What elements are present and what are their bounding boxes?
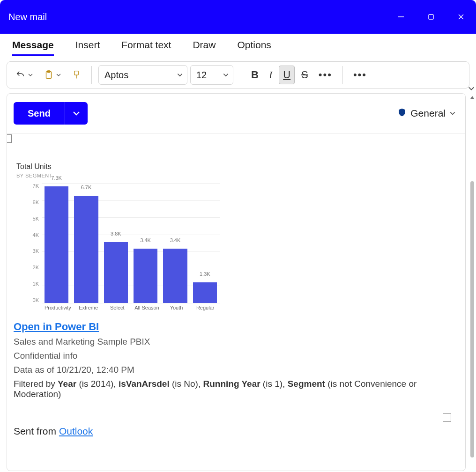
font-size-select[interactable]: 12 <box>190 65 233 85</box>
chart-y-axis: 7K6K5K4K3K2K1K0K <box>23 183 39 303</box>
bar-rect <box>193 282 217 303</box>
open-in-powerbi-link[interactable]: Open in Power BI <box>14 321 99 333</box>
separator <box>342 66 343 84</box>
chart-card: Total Units BY SEGMENT 7K6K5K4K3K2K1K0K … <box>14 162 220 314</box>
ribbon-tabs: Message Insert Format text Draw Options <box>0 34 476 57</box>
ribbon-overflow-button[interactable] <box>468 85 475 94</box>
bar-rect <box>45 186 68 303</box>
minimize-button[interactable] <box>386 0 416 34</box>
chart-bar: 6.7K <box>74 183 98 303</box>
signature-link[interactable]: Outlook <box>59 426 93 436</box>
send-row: Send General <box>7 94 465 133</box>
chart-bars: 7.3K6.7K3.8K3.4K3.4K1.3K <box>42 183 220 303</box>
x-tick: Regular <box>193 305 217 314</box>
send-button[interactable]: Send <box>14 102 65 125</box>
send-options-button[interactable] <box>65 102 88 125</box>
confidential-label: Confidential info <box>14 351 459 361</box>
sensitivity-label: General <box>410 108 446 119</box>
font-size-value: 12 <box>196 70 207 81</box>
chevron-down-icon <box>449 110 456 117</box>
mail-body[interactable]: Total Units BY SEGMENT 7K6K5K4K3K2K1K0K … <box>7 133 465 471</box>
vertical-scrollbar[interactable] <box>469 93 476 471</box>
send-split-button[interactable]: Send <box>14 102 88 125</box>
filter-summary: Filtered by Year (is 2014), isVanArsdel … <box>14 379 459 399</box>
y-tick: 1K <box>23 281 39 287</box>
more-formatting-button[interactable]: ••• <box>315 66 336 84</box>
x-tick: Youth <box>165 305 188 314</box>
report-name: Sales and Marketing Sample PBIX <box>14 337 459 347</box>
strikethrough-button[interactable]: S <box>298 66 312 84</box>
bar-rect <box>104 242 128 303</box>
clipboard-button[interactable] <box>40 66 65 84</box>
data-as-of: Data as of 10/21/20, 12:40 PM <box>14 365 459 375</box>
bar-rect <box>163 249 187 303</box>
y-tick: 2K <box>23 265 39 270</box>
y-tick: 5K <box>23 216 39 221</box>
titlebar: New mail <box>0 0 476 34</box>
tab-format-text[interactable]: Format text <box>121 39 171 56</box>
bar-value-label: 3.8K <box>111 231 121 236</box>
bar-value-label: 6.7K <box>81 184 92 190</box>
x-tick: All Season <box>134 305 159 314</box>
maximize-button[interactable] <box>416 0 446 34</box>
selection-handle[interactable] <box>443 413 451 422</box>
tab-draw[interactable]: Draw <box>193 39 216 56</box>
chevron-down-icon <box>177 70 183 81</box>
bar-value-label: 7.3K <box>51 175 62 181</box>
y-tick: 3K <box>23 248 39 254</box>
x-tick: Extreme <box>77 305 100 314</box>
tab-options[interactable]: Options <box>237 39 271 56</box>
bar-value-label: 3.4K <box>140 237 151 243</box>
y-tick: 0K <box>23 297 39 303</box>
signature: Sent from Outlook <box>14 426 459 437</box>
format-painter-button[interactable] <box>68 66 85 84</box>
bar-rect <box>134 249 157 303</box>
sensitivity-picker[interactable]: General <box>397 107 456 120</box>
compose-pane: Send General Total Units <box>7 93 466 471</box>
bar-value-label: 1.3K <box>200 271 210 277</box>
chart-bar: 1.3K <box>193 183 217 303</box>
tab-insert[interactable]: Insert <box>75 39 100 56</box>
svg-rect-6 <box>74 71 78 75</box>
bar-rect <box>74 196 98 303</box>
y-tick: 4K <box>23 232 39 238</box>
separator <box>91 66 92 84</box>
chart-bar: 3.4K <box>134 183 157 303</box>
chart-title: Total Units <box>16 162 220 171</box>
svg-rect-1 <box>429 15 433 19</box>
svg-marker-7 <box>470 96 474 99</box>
selection-handle[interactable] <box>7 134 12 143</box>
formatting-toolbar: Aptos 12 B I U S ••• ••• <box>7 61 469 88</box>
underline-button[interactable]: U <box>279 66 295 84</box>
chart-subtitle: BY SEGMENT <box>16 173 220 178</box>
bold-button[interactable]: B <box>247 66 262 84</box>
italic-button[interactable]: I <box>265 66 276 84</box>
bar-value-label: 3.4K <box>170 237 181 243</box>
tab-message[interactable]: Message <box>12 39 54 56</box>
window-controls <box>386 0 476 34</box>
x-tick: Productivity <box>45 305 71 314</box>
close-button[interactable] <box>446 0 476 34</box>
y-tick: 7K <box>23 183 39 189</box>
compose-window: New mail Message Insert Format text Draw… <box>0 0 476 472</box>
chart-bar: 7.3K <box>45 183 68 303</box>
chart-bar: 3.4K <box>163 183 187 303</box>
x-tick: Select <box>106 305 129 314</box>
chart-plot: 7K6K5K4K3K2K1K0K 7.3K6.7K3.8K3.4K3.4K1.3… <box>23 183 220 314</box>
scroll-up-button[interactable] <box>469 93 475 102</box>
chart-bar: 3.8K <box>104 183 128 303</box>
more-commands-button[interactable]: ••• <box>350 66 371 84</box>
chart-x-axis: ProductivityExtremeSelectAll SeasonYouth… <box>42 305 220 314</box>
scroll-thumb[interactable] <box>470 181 474 457</box>
y-tick: 6K <box>23 199 39 205</box>
toolbar-wrap: Aptos 12 B I U S ••• ••• <box>0 57 476 93</box>
chevron-down-icon <box>223 70 229 81</box>
window-title: New mail <box>8 12 47 22</box>
font-family-select[interactable]: Aptos <box>98 65 187 85</box>
undo-button[interactable] <box>12 66 37 84</box>
font-family-value: Aptos <box>104 70 128 81</box>
shield-icon <box>397 107 407 120</box>
body-area: Send General Total Units <box>0 93 476 472</box>
signature-prefix: Sent from <box>14 426 59 436</box>
